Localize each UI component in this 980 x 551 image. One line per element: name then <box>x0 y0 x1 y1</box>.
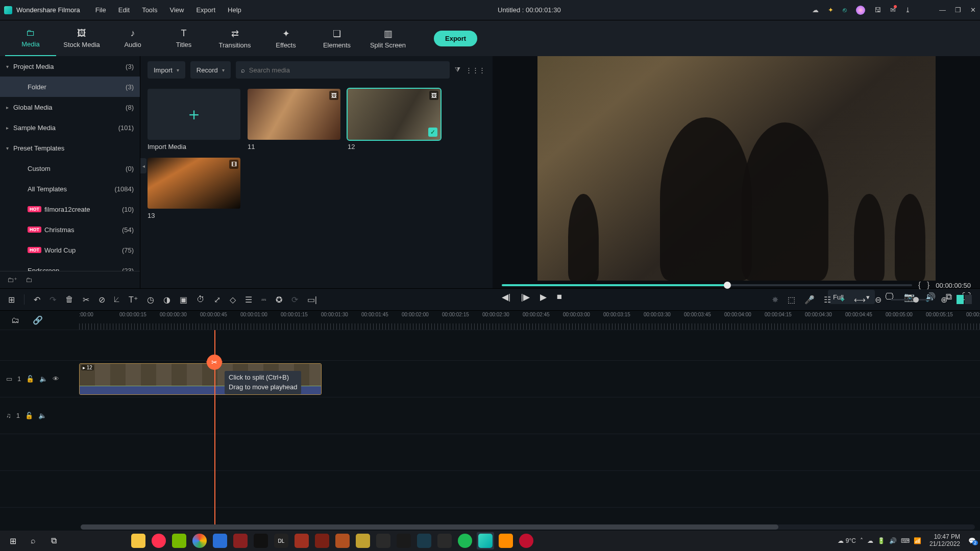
audio-track-head[interactable]: ♫1 🔓 🔈 <box>0 397 79 434</box>
taskbar-app[interactable] <box>415 532 433 549</box>
filter-icon[interactable]: ⧩ <box>455 66 460 74</box>
enhance-icon[interactable]: ✪ <box>276 295 282 305</box>
delete-icon[interactable]: 🗑 <box>65 295 74 304</box>
tree-item[interactable]: All Templates(1084) <box>0 179 140 199</box>
support-icon[interactable]: ⎋ <box>843 6 847 14</box>
safe-zone-icon[interactable]: ⬚ <box>788 295 795 305</box>
notifications-button[interactable]: 💬2 <box>968 537 976 544</box>
redo-icon[interactable]: ↷ <box>50 295 56 305</box>
task-view-button[interactable]: ⧉ <box>45 532 62 549</box>
tray-wifi-icon[interactable]: 📶 <box>914 537 921 544</box>
zoom-slider[interactable] <box>891 299 932 300</box>
taskbar-clock[interactable]: 10:47 PM 21/12/2022 <box>929 534 960 548</box>
tab-elements[interactable]: ❏Elements <box>311 20 362 56</box>
crop-icon[interactable]: ⟀ <box>114 295 119 304</box>
tray-chevron-icon[interactable]: ˄ <box>860 537 863 544</box>
playhead[interactable]: ◀▶ ✂ <box>206 355 223 372</box>
record-dropdown[interactable]: Record▾ <box>190 61 231 79</box>
tree-item[interactable]: ▸Global Media(8) <box>0 97 140 117</box>
menu-edit[interactable]: Edit <box>113 4 135 16</box>
menu-help[interactable]: Help <box>223 4 247 16</box>
fit-icon[interactable]: ⤢ <box>214 295 220 305</box>
voiceover-icon[interactable]: 🎤 <box>804 295 815 305</box>
tab-media[interactable]: 🗀Media <box>5 20 56 56</box>
tree-item[interactable]: HOTfilmora12create(10) <box>0 199 140 219</box>
tree-item[interactable]: ▾Preset Templates <box>0 138 140 158</box>
start-button[interactable]: ⊞ <box>4 532 21 549</box>
prohibit-icon[interactable]: ⊘ <box>99 295 105 305</box>
taskbar-app[interactable] <box>436 532 453 549</box>
magnet-snap-icon[interactable]: ⌖ <box>840 295 845 304</box>
taskbar-app[interactable] <box>191 532 208 549</box>
tree-item[interactable]: Custom(0) <box>0 158 140 179</box>
search-button[interactable]: ⌕ <box>24 532 42 549</box>
track-mute-icon[interactable]: 🔈 <box>38 412 46 419</box>
taskbar-app[interactable] <box>211 532 229 549</box>
play-button[interactable]: ▶ <box>540 292 547 303</box>
cloud-icon[interactable]: ☁ <box>812 6 819 14</box>
media-search[interactable]: ⌕ <box>236 61 450 79</box>
account-avatar[interactable] <box>856 6 865 15</box>
download-icon[interactable]: ⤓ <box>905 6 911 14</box>
tray-cloud-icon[interactable]: ☁ <box>867 537 873 544</box>
tree-item[interactable]: HOTWorld Cup(75) <box>0 240 140 260</box>
adjust-icon[interactable]: ☰ <box>245 295 252 305</box>
taskbar-app[interactable] <box>252 532 270 549</box>
tree-item[interactable]: Endscreen(23) <box>0 260 140 271</box>
speed-icon[interactable]: ◷ <box>147 295 154 305</box>
mark-out-button[interactable]: } <box>927 281 929 290</box>
taskbar-app-active[interactable] <box>477 532 494 549</box>
taskbar-app[interactable] <box>293 532 310 549</box>
mixer-icon[interactable]: ☷ <box>824 295 831 305</box>
timeline-scrollbar[interactable] <box>81 524 975 530</box>
tray-volume-icon[interactable]: 🔊 <box>889 537 897 544</box>
tab-split-screen[interactable]: ▥Split Screen <box>362 20 413 56</box>
tree-item[interactable]: HOTChristmas(54) <box>0 219 140 240</box>
taskbar-app[interactable] <box>375 532 392 549</box>
keyframe-icon[interactable]: ▣ <box>180 295 187 305</box>
tree-item[interactable]: Folder(3) <box>0 77 140 97</box>
track-lock-icon[interactable]: 🔓 <box>26 375 34 383</box>
window-minimize[interactable]: — <box>939 6 946 14</box>
track-visibility-icon[interactable]: 👁 <box>53 375 59 383</box>
tab-effects[interactable]: ✦Effects <box>260 20 311 56</box>
ripple-icon[interactable]: ⟷ <box>854 295 866 305</box>
track-manager-icon[interactable]: 🗂 <box>11 316 19 325</box>
import-dropdown[interactable]: Import▾ <box>148 61 185 79</box>
taskbar-app[interactable] <box>395 532 412 549</box>
tips-icon[interactable]: ✦ <box>828 6 834 14</box>
tab-transitions[interactable]: ⇄Transitions <box>209 20 260 56</box>
tab-titles[interactable]: TTitles <box>158 20 209 56</box>
menu-tools[interactable]: Tools <box>137 4 162 16</box>
mask-icon[interactable]: ◇ <box>230 295 236 305</box>
menu-view[interactable]: View <box>164 4 189 16</box>
taskbar-app[interactable] <box>456 532 474 549</box>
taskbar-app[interactable] <box>150 532 167 549</box>
audio-adjust-icon[interactable]: ⎓ <box>261 295 266 304</box>
menu-export[interactable]: Export <box>191 4 220 16</box>
preview-viewport[interactable] <box>493 56 980 281</box>
group-icon[interactable]: ▭| <box>307 295 317 305</box>
track-mute-icon[interactable]: 🔈 <box>39 375 47 383</box>
tray-battery-icon[interactable]: 🔋 <box>877 537 885 544</box>
tree-item[interactable]: ▸Sample Media(101) <box>0 117 140 138</box>
text-tool-icon[interactable]: T⁺ <box>129 295 138 305</box>
media-thumbnail[interactable]: 🖼11 <box>248 89 340 151</box>
taskbar-app[interactable] <box>354 532 372 549</box>
weather-widget[interactable]: ☁9°C <box>838 537 856 544</box>
taskbar-app[interactable] <box>497 532 514 549</box>
collapse-sidebar-toggle[interactable]: ◂ <box>140 158 146 173</box>
menu-file[interactable]: File <box>90 4 111 16</box>
window-close[interactable]: ✕ <box>970 6 976 14</box>
timeline-ruler[interactable]: :00:0000:00:00:1500:00:00:3000:00:00:450… <box>79 311 980 330</box>
split-icon[interactable]: ✂ <box>83 295 89 305</box>
taskbar-app[interactable] <box>130 532 147 549</box>
taskbar-app[interactable]: DL <box>273 532 290 549</box>
undo-icon[interactable]: ↶ <box>34 295 40 305</box>
save-icon[interactable]: 🖫 <box>874 6 881 14</box>
zoom-in-icon[interactable]: ⊕ <box>941 295 947 305</box>
duration-icon[interactable]: ⏱ <box>197 295 205 304</box>
media-thumbnail[interactable]: 🎞13 <box>148 158 240 219</box>
media-search-input[interactable] <box>249 66 445 74</box>
taskbar-app[interactable] <box>232 532 249 549</box>
